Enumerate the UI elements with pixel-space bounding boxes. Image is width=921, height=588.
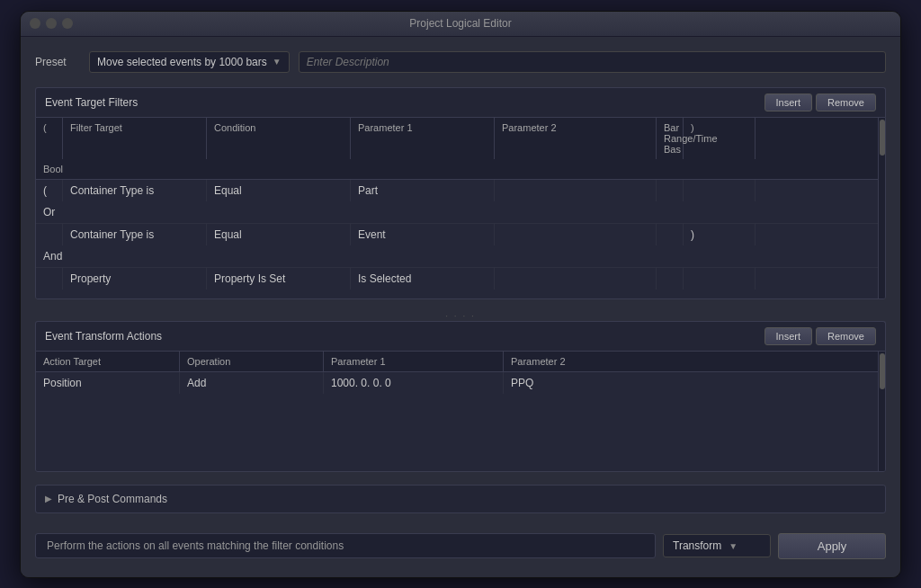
filters-section-header: Event Target Filters Insert Remove <box>35 87 886 117</box>
actions-scrollbar[interactable] <box>878 352 885 471</box>
row2-bool: And <box>36 245 63 267</box>
actions-insert-button[interactable]: Insert <box>765 327 813 345</box>
actions-section-title: Event Transform Actions <box>45 330 162 343</box>
filters-buttons: Insert Remove <box>765 94 876 111</box>
row2-filter-target: Container Type is <box>63 224 207 245</box>
transform-dropdown-arrow-icon: ▼ <box>729 541 738 551</box>
filters-col-target: Filter Target <box>63 118 207 159</box>
row1-bool: Or <box>36 201 63 223</box>
actions-col-param2: Parameter 2 <box>504 352 684 371</box>
pre-post-arrow-icon: ▶ <box>45 494 52 503</box>
actions-scrollbar-thumb[interactable] <box>880 353 885 389</box>
bottom-bar: Perform the actions on all events matchi… <box>35 526 886 563</box>
row3-param1: Is Selected <box>351 268 495 290</box>
row1-param2 <box>495 180 657 201</box>
minimize-button[interactable] <box>46 18 57 29</box>
row3-paren-close <box>684 268 756 290</box>
pre-post-label: Pre & Post Commands <box>58 493 167 505</box>
preset-description-input[interactable] <box>299 51 886 73</box>
table-row[interactable]: ( Container Type is Equal Part Or <box>36 180 885 224</box>
filters-col-condition: Condition <box>207 118 351 159</box>
filters-col-paren-open: ( <box>36 118 63 159</box>
row1-filter-target: Container Type is <box>63 180 207 201</box>
filters-remove-button[interactable]: Remove <box>816 94 876 111</box>
actions-col-operation: Operation <box>180 352 324 371</box>
row3-paren-open <box>36 268 63 290</box>
window-body: Preset Move selected events by 1000 bars… <box>21 37 900 577</box>
table-row[interactable]: Position Add 1000. 0. 0. 0 PPQ <box>36 372 885 394</box>
apply-button[interactable]: Apply <box>778 533 886 559</box>
row2-paren-close: ) <box>684 224 756 245</box>
actions-table-body: Position Add 1000. 0. 0. 0 PPQ <box>36 372 885 471</box>
row2-param2 <box>495 224 657 245</box>
action-row1-param2: PPQ <box>504 372 684 394</box>
filters-table-header: ( Filter Target Condition Parameter 1 Pa… <box>36 118 885 180</box>
transform-dropdown[interactable]: Transform ▼ <box>663 534 771 557</box>
preset-dropdown[interactable]: Move selected events by 1000 bars ▼ <box>89 51 290 73</box>
row1-barrange <box>657 180 684 201</box>
filters-col-barrange: Bar Range/Time Bas <box>657 118 684 159</box>
action-row1-target: Position <box>36 372 180 394</box>
filters-col-param2: Parameter 2 <box>495 118 657 159</box>
row3-param2 <box>495 268 657 290</box>
filters-table-container: ( Filter Target Condition Parameter 1 Pa… <box>35 117 886 299</box>
pre-post-commands-section[interactable]: ▶ Pre & Post Commands <box>35 485 886 513</box>
actions-table-header: Action Target Operation Parameter 1 Para… <box>36 352 885 372</box>
main-window: Project Logical Editor Preset Move selec… <box>20 11 901 578</box>
filters-section-title: Event Target Filters <box>45 96 138 109</box>
actions-table-container: Action Target Operation Parameter 1 Para… <box>35 351 886 472</box>
divider-dots: · · · · <box>445 311 475 321</box>
row1-param1: Part <box>351 180 495 201</box>
row1-paren-close <box>684 180 756 201</box>
close-button[interactable] <box>30 18 40 29</box>
event-transform-actions-section: Event Transform Actions Insert Remove Ac… <box>35 321 886 472</box>
row1-paren-open: ( <box>36 180 63 201</box>
table-row[interactable]: Container Type is Equal Event ) And <box>36 224 885 268</box>
actions-section-header: Event Transform Actions Insert Remove <box>35 321 886 351</box>
divider-handle[interactable]: · · · · <box>35 312 886 321</box>
preset-row: Preset Move selected events by 1000 bars… <box>35 51 886 73</box>
transform-dropdown-value: Transform <box>673 539 721 552</box>
window-controls <box>30 18 73 29</box>
preset-dropdown-arrow-icon: ▼ <box>273 57 282 67</box>
action-row1-param1: 1000. 0. 0. 0 <box>324 372 504 394</box>
actions-col-param1: Parameter 1 <box>324 352 504 371</box>
table-row[interactable]: Property Property Is Set Is Selected <box>36 268 885 298</box>
row3-barrange <box>657 268 684 290</box>
filters-col-bool: Bool <box>36 159 63 179</box>
filters-insert-button[interactable]: Insert <box>765 94 813 111</box>
event-target-filters-section: Event Target Filters Insert Remove ( Fil… <box>35 87 886 299</box>
filters-scrollbar[interactable] <box>878 118 885 298</box>
actions-buttons: Insert Remove <box>765 327 876 345</box>
actions-col-target: Action Target <box>36 352 180 371</box>
preset-dropdown-value: Move selected events by 1000 bars <box>97 56 267 68</box>
row2-barrange <box>657 224 684 245</box>
row2-param1: Event <box>351 224 495 245</box>
bottom-status-text: Perform the actions on all events matchi… <box>35 533 656 558</box>
row2-condition: Equal <box>207 224 351 245</box>
filters-table-body: ( Container Type is Equal Part Or Contai… <box>36 180 885 298</box>
row2-paren-open <box>36 224 63 245</box>
filters-col-param1: Parameter 1 <box>351 118 495 159</box>
window-title: Project Logical Editor <box>409 17 511 30</box>
row3-bool <box>36 290 63 298</box>
filters-col-paren-close: ) <box>684 118 756 159</box>
maximize-button[interactable] <box>62 18 73 29</box>
preset-label: Preset <box>35 56 80 68</box>
row1-condition: Equal <box>207 180 351 201</box>
row3-filter-target: Property <box>63 268 207 290</box>
row3-condition: Property Is Set <box>207 268 351 290</box>
actions-remove-button[interactable]: Remove <box>816 327 876 345</box>
title-bar: Project Logical Editor <box>21 12 900 37</box>
filters-scrollbar-thumb[interactable] <box>880 120 885 156</box>
action-row1-operation: Add <box>180 372 324 394</box>
